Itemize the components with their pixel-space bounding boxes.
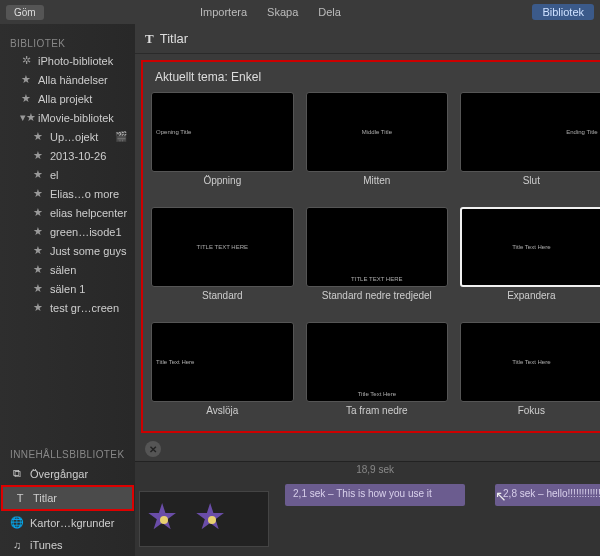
star-icon: ★ <box>32 206 44 219</box>
title-caption: Standard <box>202 290 243 312</box>
library-badge[interactable]: Bibliotek <box>532 4 594 20</box>
title-thumbnail: Title Text Here <box>151 322 294 402</box>
title-clip[interactable]: 2,1 sek – This is how you use it <box>285 484 465 506</box>
toolbar-create[interactable]: Skapa <box>267 6 298 18</box>
star-icon <box>192 500 232 540</box>
top-toolbar: Göm Importera Skapa Dela Bibliotek <box>0 0 600 24</box>
content-library-label: Titlar <box>33 492 57 504</box>
sidebar-item-label: sälen 1 <box>50 283 85 295</box>
star-icon: ★ <box>32 149 44 162</box>
close-icon[interactable]: ✕ <box>145 441 161 457</box>
sidebar-item[interactable]: ★2013-10-26 <box>0 146 135 165</box>
sidebar-item-label: test gr…creen <box>50 302 119 314</box>
toolbar-import[interactable]: Importera <box>200 6 247 18</box>
sidebar-item[interactable]: ★el <box>0 165 135 184</box>
time-mark <box>455 464 600 475</box>
content-library-item[interactable]: 🌐Kartor…kgrunder <box>0 511 135 534</box>
title-caption: Avslöja <box>206 405 238 427</box>
sidebar-item-label: iPhoto-bibliotek <box>38 55 113 67</box>
sidebar-item[interactable]: ★elias helpcenter <box>0 203 135 222</box>
sidebar-item[interactable]: ★Alla projekt <box>0 89 135 108</box>
sidebar-item-label: Alla händelser <box>38 74 108 86</box>
sidebar-item-label: Up…ojekt <box>50 131 98 143</box>
panel-title: Titlar <box>160 31 188 46</box>
sidebar-item[interactable]: ★green…isode1 <box>0 222 135 241</box>
sidebar-item[interactable]: ★sälen 1 <box>0 279 135 298</box>
sidebar-item[interactable]: ★test gr…creen <box>0 298 135 317</box>
title-preset[interactable]: Middle TitleMitten <box>306 92 449 197</box>
star-icon: ★ <box>32 130 44 143</box>
star-icon: ★ <box>32 168 44 181</box>
title-thumbnail: Title Text Here <box>460 322 600 402</box>
title-preset[interactable]: Title Text HereFokus <box>460 322 600 427</box>
sidebar-item[interactable]: ★Alla händelser <box>0 70 135 89</box>
content-library-label: Övergångar <box>30 468 88 480</box>
content-library-item[interactable]: ♫iTunes <box>0 534 135 556</box>
star-icon: ★ <box>20 73 32 86</box>
title-preset[interactable]: Title Text HereTa fram nedre <box>306 322 449 427</box>
star-icon: ✲ <box>20 54 32 67</box>
title-preset[interactable]: TITLE TEXT HEREStandard nedre tredjedel <box>306 207 449 312</box>
content-library-icon: ⧉ <box>10 467 24 480</box>
title-caption: Standard nedre tredjedel <box>322 290 432 312</box>
title-caption: Expandera <box>507 290 555 312</box>
sidebar-item-label: elias helpcenter <box>50 207 127 219</box>
content-library-icon: ♫ <box>10 539 24 551</box>
star-icon: ★ <box>32 244 44 257</box>
content-library-icon: T <box>13 492 27 504</box>
star-icon: ★ <box>20 92 32 105</box>
title-thumbnail: TITLE TEXT HERE <box>151 207 294 287</box>
title-preset[interactable]: Opening TitleÖppning <box>151 92 294 197</box>
panel-footer: ✕ how <box>135 437 600 461</box>
sidebar-item[interactable]: ★Elias…o more <box>0 184 135 203</box>
title-thumbnail: Opening Title <box>151 92 294 172</box>
title-thumbnail: Ending Title <box>460 92 600 172</box>
star-icon: ★ <box>32 301 44 314</box>
sidebar-item-label: el <box>50 169 59 181</box>
content-library-label: Kartor…kgrunder <box>30 517 114 529</box>
cursor-icon: ↖ <box>495 488 507 504</box>
library-section-label: BIBLIOTEK <box>0 34 135 51</box>
title-clip[interactable]: 2,8 sek – hello!!!!!!!!!!!!!! <box>495 484 600 506</box>
toolbar-share[interactable]: Dela <box>318 6 341 18</box>
content-library-icon: 🌐 <box>10 516 24 529</box>
content-library-item[interactable]: ⧉Övergångar <box>0 462 135 485</box>
title-preset[interactable]: Title Text HereExpandera <box>460 207 600 312</box>
hide-button[interactable]: Göm <box>6 5 44 20</box>
star-icon <box>144 500 184 540</box>
panel-header: T Titlar 🔍 <box>135 24 600 54</box>
title-preset[interactable]: Title Text HereAvslöja <box>151 322 294 427</box>
star-icon: ★ <box>32 187 44 200</box>
content-library-item[interactable]: TTitlar <box>1 485 134 511</box>
sidebar: BIBLIOTEK ✲iPhoto-bibliotek★Alla händels… <box>0 24 135 556</box>
sidebar-item[interactable]: ✲iPhoto-bibliotek <box>0 51 135 70</box>
sidebar-item[interactable]: ▾★iMovie-bibliotek <box>0 108 135 127</box>
sidebar-item-label: 2013-10-26 <box>50 150 106 162</box>
time-mark: 18,9 sek <box>295 464 455 475</box>
content-library-section-label: INNEHÅLLSBIBLIOTEK <box>0 445 135 462</box>
title-thumbnail: Title Text Here <box>460 207 600 287</box>
title-preset[interactable]: TITLE TEXT HEREStandard <box>151 207 294 312</box>
title-preset[interactable]: Ending TitleSlut <box>460 92 600 197</box>
title-thumbnail: TITLE TEXT HERE <box>306 207 449 287</box>
title-caption: Mitten <box>363 175 390 197</box>
sidebar-item-label: Elias…o more <box>50 188 119 200</box>
sidebar-item[interactable]: ★Just some guys <box>0 241 135 260</box>
content-library-label: iTunes <box>30 539 63 551</box>
current-theme-label: Aktuellt tema: Enkel <box>151 68 600 92</box>
video-clip-thumbs[interactable] <box>139 491 269 547</box>
title-thumbnail: Title Text Here <box>306 322 449 402</box>
sidebar-item-label: iMovie-bibliotek <box>38 112 114 124</box>
title-caption: Slut <box>523 175 540 197</box>
title-caption: Ta fram nedre <box>346 405 408 427</box>
sidebar-item-label: sälen <box>50 264 76 276</box>
sidebar-item[interactable]: ★Up…ojekt🎬 <box>0 127 135 146</box>
title-caption: Fokus <box>518 405 545 427</box>
sidebar-item-label: Just some guys <box>50 245 126 257</box>
sidebar-item[interactable]: ★sälen <box>0 260 135 279</box>
time-mark <box>135 464 295 475</box>
timeline[interactable]: 18,9 sek21,0 sek 2,1 sek – This is how y… <box>135 461 600 556</box>
title-caption: Öppning <box>203 175 241 197</box>
sidebar-item-label: Alla projekt <box>38 93 92 105</box>
titles-panel: Aktuellt tema: Enkel Opening TitleÖppnin… <box>141 60 600 433</box>
